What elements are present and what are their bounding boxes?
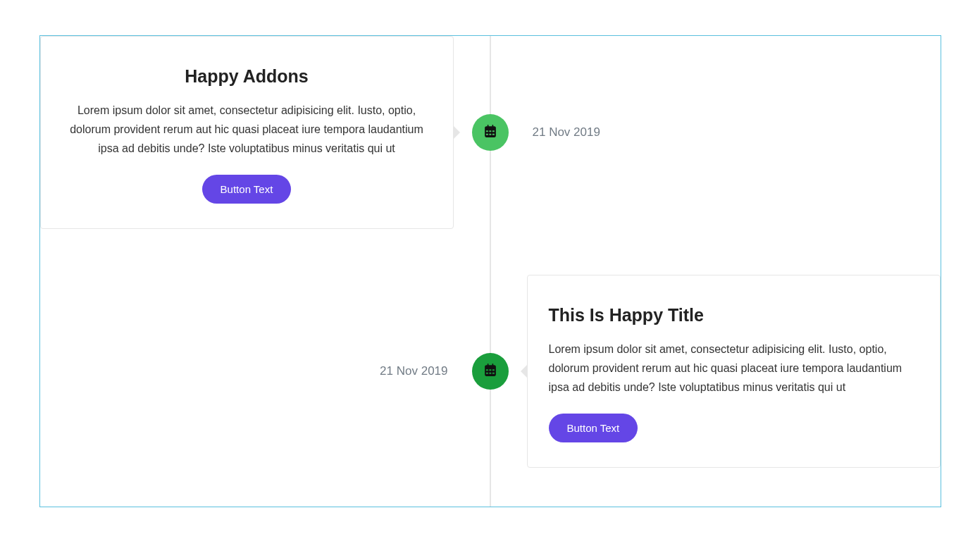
card-arrow-icon <box>453 125 460 139</box>
timeline-date: 21 Nov 2019 <box>380 364 447 378</box>
timeline-date: 21 Nov 2019 <box>533 125 600 139</box>
calendar-icon <box>484 364 497 379</box>
timeline-node <box>472 114 509 151</box>
card-description: Lorem ipsum dolor sit amet, consectetur … <box>62 101 432 159</box>
timeline-item: Happy Addons Lorem ipsum dolor sit amet,… <box>40 36 941 229</box>
calendar-icon <box>484 125 497 140</box>
card-title: This Is Happy Title <box>549 304 919 327</box>
card-arrow-icon <box>521 364 528 378</box>
card-title: Happy Addons <box>62 65 432 88</box>
card-description: Lorem ipsum dolor sit amet, consectetur … <box>549 340 919 397</box>
card-button[interactable]: Button Text <box>549 414 638 442</box>
timeline-card: Happy Addons Lorem ipsum dolor sit amet,… <box>40 36 454 229</box>
timeline-container: Happy Addons Lorem ipsum dolor sit amet,… <box>39 35 941 507</box>
timeline-node <box>472 353 509 390</box>
timeline-card: This Is Happy Title Lorem ipsum dolor si… <box>527 275 941 468</box>
timeline-item: 21 Nov 2019 This Is Happy Title Lorem ip… <box>40 275 941 468</box>
card-button[interactable]: Button Text <box>202 175 292 204</box>
